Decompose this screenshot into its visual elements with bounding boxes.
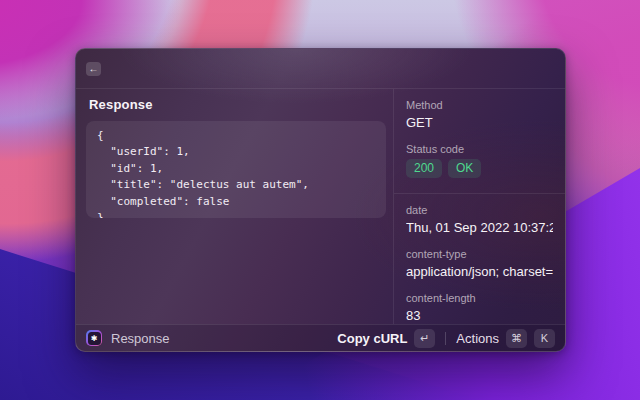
status-text-badge: OK <box>448 159 481 178</box>
footer-context-label: Response <box>111 331 170 346</box>
return-key-icon: ↵ <box>414 329 435 348</box>
header-value: Thu, 01 Sep 2022 10:37:22 G… <box>406 220 553 235</box>
status-code-badge: 200 <box>406 159 442 178</box>
metadata-panel: Method GET Status code 200 OK date Thu, … <box>394 89 565 324</box>
header-value: application/json; charset=utf-8 <box>406 264 553 279</box>
method-label: Method <box>406 99 553 111</box>
footer-separator <box>445 332 446 345</box>
status-code-label: Status code <box>406 143 553 155</box>
k-key-icon: K <box>534 329 555 348</box>
back-button[interactable]: ← <box>86 62 101 76</box>
actions-menu-button[interactable]: Actions <box>456 331 499 346</box>
response-json: { "userId": 1, "id": 1, "title": "delect… <box>97 128 375 218</box>
action-bar: ✱ Response Copy cURL ↵ Actions ⌘ K <box>76 324 565 351</box>
method-value: GET <box>406 115 553 130</box>
headers-section: date Thu, 01 Sep 2022 10:37:22 G… conten… <box>394 194 565 324</box>
response-panel: Response { "userId": 1, "id": 1, "title"… <box>76 89 393 324</box>
launcher-window: ← Response { "userId": 1, "id": 1, "titl… <box>75 48 566 352</box>
status-badge-row: 200 OK <box>406 159 553 178</box>
response-title: Response <box>89 97 393 112</box>
window-header: ← <box>76 49 565 88</box>
extension-icon: ✱ <box>86 330 102 346</box>
copy-curl-button[interactable]: Copy cURL <box>337 331 407 346</box>
header-value: 83 <box>406 308 553 323</box>
response-body-viewer[interactable]: { "userId": 1, "id": 1, "title": "delect… <box>86 121 386 218</box>
header-label: date <box>406 204 553 216</box>
header-label: content-length <box>406 292 553 304</box>
header-label: content-type <box>406 248 553 260</box>
command-key-icon: ⌘ <box>506 329 527 348</box>
window-body: Response { "userId": 1, "id": 1, "title"… <box>76 88 565 324</box>
back-arrow-icon: ← <box>89 63 99 74</box>
footer-actions: Copy cURL ↵ Actions ⌘ K <box>337 329 555 348</box>
asterisk-icon: ✱ <box>88 332 101 345</box>
metadata-summary-section: Method GET Status code 200 OK <box>394 89 565 178</box>
